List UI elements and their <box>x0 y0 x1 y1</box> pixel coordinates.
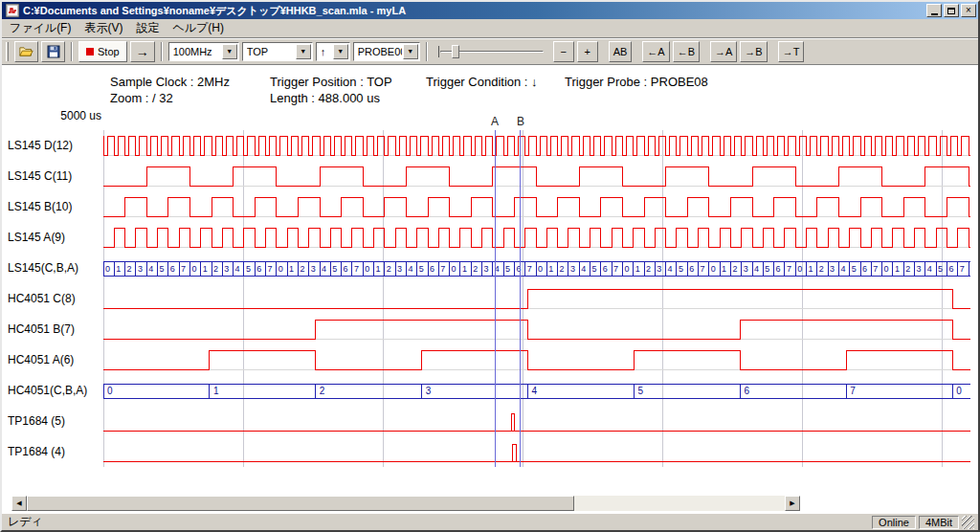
chevron-down-icon[interactable]: ▼ <box>296 44 311 59</box>
status-memory-badge: 4MBit <box>919 516 959 529</box>
svg-text:1: 1 <box>376 264 381 274</box>
svg-text:4: 4 <box>408 264 412 274</box>
zoom-slider[interactable] <box>438 42 546 61</box>
trigger-condition-info: Trigger Condition : ↓ <box>426 75 538 89</box>
ab-button[interactable]: AB <box>609 41 633 62</box>
svg-text:2: 2 <box>387 264 391 274</box>
channel-waveform <box>103 344 970 375</box>
svg-text:2: 2 <box>732 264 737 274</box>
svg-text:3: 3 <box>570 264 575 274</box>
channel-label: LS145 D(12) <box>8 130 73 161</box>
channel-label: LS145 A(9) <box>8 222 65 253</box>
marker-b-label: B <box>517 115 524 128</box>
svg-text:0: 0 <box>452 264 457 274</box>
menubar: ファイル(F) 表示(V) 設定 ヘルプ(H) <box>2 19 978 37</box>
svg-text:3: 3 <box>426 386 432 396</box>
svg-text:2: 2 <box>473 264 478 274</box>
channel-waveform <box>103 191 970 222</box>
channel-label: HC4051 A(6) <box>8 344 74 375</box>
svg-text:5: 5 <box>765 264 769 274</box>
app-icon <box>6 4 19 17</box>
waveform-area: 0123456701234567012345670123456701234567… <box>103 130 970 467</box>
goto-trigger-button[interactable]: →T <box>778 41 805 62</box>
menu-file[interactable]: ファイル(F) <box>3 18 78 38</box>
svg-text:1: 1 <box>722 264 726 274</box>
svg-text:7: 7 <box>873 264 878 274</box>
svg-text:1: 1 <box>462 264 467 274</box>
zoom-out-button[interactable]: − <box>553 41 574 62</box>
svg-text:6: 6 <box>603 264 608 274</box>
svg-text:3: 3 <box>830 264 835 274</box>
channel-label: LS145 C(11) <box>8 161 72 191</box>
marker-b-line[interactable] <box>520 130 521 467</box>
svg-text:6: 6 <box>948 264 953 274</box>
trigger-edge-select[interactable]: ↑ ▼ <box>316 42 350 61</box>
maximize-icon <box>947 8 955 14</box>
resize-grip[interactable] <box>962 516 974 529</box>
toolbar: Stop → 100MHz ▼ TOP ▼ ↑ ▼ PROBE00 ▼ − + … <box>2 37 978 64</box>
toolbar-separator <box>161 42 163 61</box>
svg-text:1: 1 <box>203 264 208 274</box>
slider-tick <box>438 46 439 57</box>
svg-text:7: 7 <box>850 386 856 396</box>
status-online-badge: Online <box>872 516 916 529</box>
svg-text:2: 2 <box>127 264 132 274</box>
minimize-button[interactable] <box>926 4 942 17</box>
channel-label: HC4051 C(8) <box>8 283 76 314</box>
goto-b-left-button[interactable]: ←B <box>673 41 700 62</box>
marker-a-line[interactable] <box>495 130 496 467</box>
trigger-probe-info: Trigger Probe : PROBE08 <box>565 75 708 89</box>
minimize-icon <box>931 13 938 15</box>
svg-text:4: 4 <box>148 264 153 274</box>
slider-thumb[interactable] <box>452 45 459 58</box>
svg-text:3: 3 <box>138 264 143 274</box>
toolbar-separator <box>71 42 73 61</box>
waveform-rows: 0123456701234567012345670123456701234567… <box>103 130 970 467</box>
open-button[interactable] <box>14 41 38 62</box>
save-button[interactable] <box>41 41 65 62</box>
svg-text:6: 6 <box>344 264 348 274</box>
menu-view[interactable]: 表示(V) <box>78 18 129 38</box>
clock-select[interactable]: 100MHz ▼ <box>168 42 239 61</box>
goto-b-right-button[interactable]: →B <box>740 41 767 62</box>
trigger-position-select[interactable]: TOP ▼ <box>242 42 313 61</box>
svg-text:7: 7 <box>354 264 359 274</box>
channel-waveform <box>103 314 970 344</box>
trigger-position-value: TOP <box>247 46 295 57</box>
svg-text:1: 1 <box>895 264 900 274</box>
svg-text:5: 5 <box>852 264 857 274</box>
svg-text:7: 7 <box>440 264 445 274</box>
horizontal-scrollbar[interactable]: ◀ ▶ <box>11 496 800 511</box>
menu-help[interactable]: ヘルプ(H) <box>166 18 231 38</box>
svg-text:5: 5 <box>638 386 644 396</box>
channel-waveform <box>103 283 970 314</box>
channel-label: LS145 B(10) <box>8 191 72 222</box>
status-ready-text: レディ <box>6 514 869 530</box>
scrollbar-thumb[interactable] <box>27 496 574 511</box>
svg-text:1: 1 <box>635 264 640 274</box>
maximize-button[interactable] <box>944 4 959 17</box>
clock-select-value: 100MHz <box>173 46 221 57</box>
chevron-down-icon[interactable]: ▼ <box>333 44 348 59</box>
app-window: C:¥Documents and Settings¥noname¥デスクトップ¥… <box>0 0 980 532</box>
goto-a-left-button[interactable]: ←A <box>642 41 669 62</box>
probe-select[interactable]: PROBE00 ▼ <box>353 42 420 61</box>
stop-button[interactable]: Stop <box>78 41 127 62</box>
goto-a-right-button[interactable]: →A <box>710 41 737 62</box>
svg-text:5: 5 <box>592 264 597 274</box>
menu-settings[interactable]: 設定 <box>129 18 166 38</box>
svg-text:1: 1 <box>116 264 121 274</box>
svg-text:0: 0 <box>107 386 113 396</box>
svg-text:4: 4 <box>668 264 673 274</box>
close-button[interactable]: × <box>961 4 976 17</box>
chevron-down-icon[interactable]: ▼ <box>222 44 237 59</box>
toolbar-separator <box>426 42 428 61</box>
svg-text:6: 6 <box>256 264 261 274</box>
zoom-in-button[interactable]: + <box>577 41 598 62</box>
toolbar-grip <box>6 42 9 61</box>
chevron-down-icon[interactable]: ▼ <box>403 44 418 59</box>
scroll-right-button[interactable]: ▶ <box>785 496 800 511</box>
scroll-left-button[interactable]: ◀ <box>11 496 27 511</box>
stop-icon <box>86 48 94 55</box>
run-button[interactable]: → <box>130 41 155 62</box>
